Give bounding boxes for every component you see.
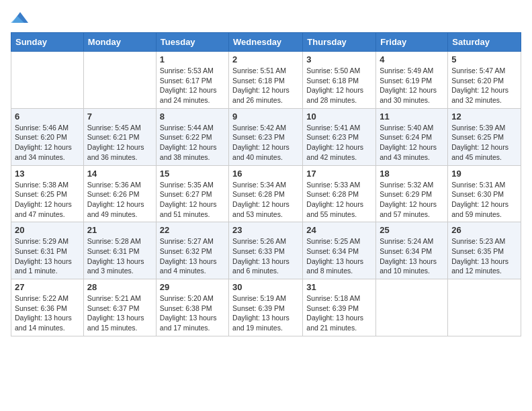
- calendar-cell: 31Sunrise: 5:18 AM Sunset: 6:39 PM Dayli…: [303, 279, 376, 336]
- calendar-header-saturday: Saturday: [448, 33, 521, 52]
- calendar-cell: 17Sunrise: 5:33 AM Sunset: 6:28 PM Dayli…: [303, 165, 376, 222]
- calendar-header-tuesday: Tuesday: [156, 33, 228, 52]
- day-info: Sunrise: 5:32 AM Sunset: 6:29 PM Dayligh…: [380, 180, 444, 220]
- calendar-week-2: 6Sunrise: 5:46 AM Sunset: 6:20 PM Daylig…: [11, 108, 521, 165]
- day-number: 28: [87, 282, 152, 292]
- day-info: Sunrise: 5:22 AM Sunset: 6:36 PM Dayligh…: [15, 293, 80, 333]
- day-number: 1: [160, 54, 225, 64]
- page-header: [11, 11, 521, 26]
- calendar-cell: 11Sunrise: 5:40 AM Sunset: 6:24 PM Dayli…: [376, 108, 448, 165]
- day-number: 24: [306, 225, 372, 235]
- day-number: 8: [160, 111, 225, 122]
- day-info: Sunrise: 5:47 AM Sunset: 6:20 PM Dayligh…: [451, 66, 517, 105]
- day-number: 15: [160, 169, 225, 179]
- day-number: 10: [306, 111, 372, 122]
- day-info: Sunrise: 5:41 AM Sunset: 6:23 PM Dayligh…: [306, 123, 372, 163]
- day-info: Sunrise: 5:39 AM Sunset: 6:25 PM Dayligh…: [451, 123, 517, 163]
- day-number: 4: [380, 54, 444, 64]
- calendar-week-1: 1Sunrise: 5:53 AM Sunset: 6:17 PM Daylig…: [11, 52, 521, 109]
- day-info: Sunrise: 5:51 AM Sunset: 6:18 PM Dayligh…: [232, 66, 299, 105]
- day-number: 2: [232, 54, 299, 64]
- day-info: Sunrise: 5:31 AM Sunset: 6:30 PM Dayligh…: [451, 180, 517, 220]
- day-number: 27: [15, 282, 80, 292]
- calendar-header-friday: Friday: [376, 33, 448, 52]
- calendar-cell: 12Sunrise: 5:39 AM Sunset: 6:25 PM Dayli…: [448, 108, 521, 165]
- calendar-cell: 14Sunrise: 5:36 AM Sunset: 6:26 PM Dayli…: [83, 165, 156, 222]
- day-number: 30: [232, 282, 299, 292]
- day-number: 26: [451, 225, 517, 235]
- logo-icon: [11, 11, 30, 26]
- calendar-cell: 13Sunrise: 5:38 AM Sunset: 6:25 PM Dayli…: [11, 165, 84, 222]
- day-info: Sunrise: 5:26 AM Sunset: 6:33 PM Dayligh…: [232, 236, 299, 276]
- day-info: Sunrise: 5:25 AM Sunset: 6:34 PM Dayligh…: [306, 236, 372, 276]
- day-info: Sunrise: 5:33 AM Sunset: 6:28 PM Dayligh…: [306, 180, 372, 220]
- day-info: Sunrise: 5:42 AM Sunset: 6:23 PM Dayligh…: [232, 123, 299, 163]
- calendar-cell: 7Sunrise: 5:45 AM Sunset: 6:21 PM Daylig…: [83, 108, 156, 165]
- calendar-cell: 28Sunrise: 5:21 AM Sunset: 6:37 PM Dayli…: [83, 279, 156, 336]
- day-number: 7: [87, 111, 152, 122]
- calendar-week-4: 20Sunrise: 5:29 AM Sunset: 6:31 PM Dayli…: [11, 222, 521, 279]
- day-number: 5: [451, 54, 517, 64]
- calendar-cell: 16Sunrise: 5:34 AM Sunset: 6:28 PM Dayli…: [229, 165, 303, 222]
- calendar-cell: [83, 52, 156, 109]
- day-info: Sunrise: 5:34 AM Sunset: 6:28 PM Dayligh…: [232, 180, 299, 220]
- day-info: Sunrise: 5:53 AM Sunset: 6:17 PM Dayligh…: [160, 66, 225, 105]
- calendar-header-thursday: Thursday: [303, 33, 376, 52]
- calendar-cell: 24Sunrise: 5:25 AM Sunset: 6:34 PM Dayli…: [303, 222, 376, 279]
- calendar-cell: 2Sunrise: 5:51 AM Sunset: 6:18 PM Daylig…: [229, 52, 303, 109]
- calendar-cell: 27Sunrise: 5:22 AM Sunset: 6:36 PM Dayli…: [11, 279, 84, 336]
- day-number: 19: [451, 169, 517, 179]
- day-number: 18: [380, 169, 444, 179]
- calendar-table: SundayMondayTuesdayWednesdayThursdayFrid…: [11, 32, 521, 336]
- day-number: 16: [232, 169, 299, 179]
- day-number: 9: [232, 111, 299, 122]
- calendar-body: 1Sunrise: 5:53 AM Sunset: 6:17 PM Daylig…: [11, 52, 521, 336]
- calendar-cell: 19Sunrise: 5:31 AM Sunset: 6:30 PM Dayli…: [448, 165, 521, 222]
- calendar-cell: 4Sunrise: 5:49 AM Sunset: 6:19 PM Daylig…: [376, 52, 448, 109]
- calendar-cell: [11, 52, 84, 109]
- calendar-header-wednesday: Wednesday: [229, 33, 303, 52]
- calendar-cell: 20Sunrise: 5:29 AM Sunset: 6:31 PM Dayli…: [11, 222, 84, 279]
- day-number: 13: [15, 169, 80, 179]
- day-info: Sunrise: 5:38 AM Sunset: 6:25 PM Dayligh…: [15, 180, 80, 220]
- calendar-cell: 10Sunrise: 5:41 AM Sunset: 6:23 PM Dayli…: [303, 108, 376, 165]
- calendar-header-monday: Monday: [83, 33, 156, 52]
- day-info: Sunrise: 5:29 AM Sunset: 6:31 PM Dayligh…: [15, 236, 80, 276]
- day-info: Sunrise: 5:49 AM Sunset: 6:19 PM Dayligh…: [380, 66, 444, 105]
- calendar-cell: 9Sunrise: 5:42 AM Sunset: 6:23 PM Daylig…: [229, 108, 303, 165]
- calendar-cell: [448, 279, 521, 336]
- day-number: 6: [15, 111, 80, 122]
- day-info: Sunrise: 5:50 AM Sunset: 6:18 PM Dayligh…: [306, 66, 372, 105]
- calendar-cell: 5Sunrise: 5:47 AM Sunset: 6:20 PM Daylig…: [448, 52, 521, 109]
- calendar-cell: 3Sunrise: 5:50 AM Sunset: 6:18 PM Daylig…: [303, 52, 376, 109]
- calendar-cell: 8Sunrise: 5:44 AM Sunset: 6:22 PM Daylig…: [156, 108, 228, 165]
- logo: [11, 11, 32, 26]
- day-info: Sunrise: 5:40 AM Sunset: 6:24 PM Dayligh…: [380, 123, 444, 163]
- calendar-cell: 26Sunrise: 5:23 AM Sunset: 6:35 PM Dayli…: [448, 222, 521, 279]
- day-info: Sunrise: 5:20 AM Sunset: 6:38 PM Dayligh…: [160, 293, 225, 333]
- calendar-week-5: 27Sunrise: 5:22 AM Sunset: 6:36 PM Dayli…: [11, 279, 521, 336]
- day-info: Sunrise: 5:35 AM Sunset: 6:27 PM Dayligh…: [160, 180, 225, 220]
- day-number: 12: [451, 111, 517, 122]
- calendar-cell: 21Sunrise: 5:28 AM Sunset: 6:31 PM Dayli…: [83, 222, 156, 279]
- day-number: 31: [306, 282, 372, 292]
- day-info: Sunrise: 5:21 AM Sunset: 6:37 PM Dayligh…: [87, 293, 152, 333]
- day-info: Sunrise: 5:19 AM Sunset: 6:39 PM Dayligh…: [232, 293, 299, 333]
- day-info: Sunrise: 5:18 AM Sunset: 6:39 PM Dayligh…: [306, 293, 372, 333]
- day-number: 11: [380, 111, 444, 122]
- calendar-cell: 1Sunrise: 5:53 AM Sunset: 6:17 PM Daylig…: [156, 52, 228, 109]
- day-info: Sunrise: 5:45 AM Sunset: 6:21 PM Dayligh…: [87, 123, 152, 163]
- calendar-cell: 29Sunrise: 5:20 AM Sunset: 6:38 PM Dayli…: [156, 279, 228, 336]
- day-info: Sunrise: 5:27 AM Sunset: 6:32 PM Dayligh…: [160, 236, 225, 276]
- day-info: Sunrise: 5:46 AM Sunset: 6:20 PM Dayligh…: [15, 123, 80, 163]
- calendar-cell: 22Sunrise: 5:27 AM Sunset: 6:32 PM Dayli…: [156, 222, 228, 279]
- day-number: 3: [306, 54, 372, 64]
- day-number: 23: [232, 225, 299, 235]
- calendar-cell: 18Sunrise: 5:32 AM Sunset: 6:29 PM Dayli…: [376, 165, 448, 222]
- calendar-cell: [376, 279, 448, 336]
- day-info: Sunrise: 5:36 AM Sunset: 6:26 PM Dayligh…: [87, 180, 152, 220]
- day-info: Sunrise: 5:44 AM Sunset: 6:22 PM Dayligh…: [160, 123, 225, 163]
- calendar-cell: 30Sunrise: 5:19 AM Sunset: 6:39 PM Dayli…: [229, 279, 303, 336]
- day-number: 22: [160, 225, 225, 235]
- day-number: 21: [87, 225, 152, 235]
